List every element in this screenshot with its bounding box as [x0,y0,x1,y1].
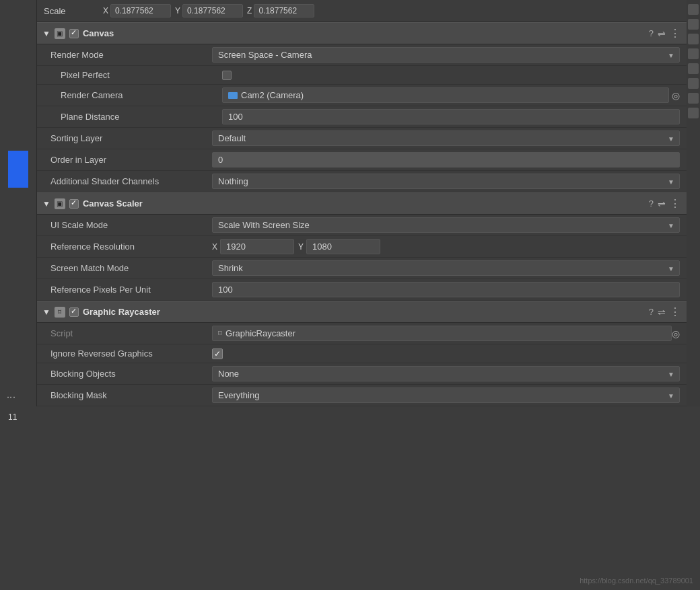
plane-distance-label: Plane Distance [61,112,222,122]
graphic-raycaster-help-icon[interactable]: ? [649,307,654,317]
right-sidebar-icon-7[interactable] [688,93,699,104]
canvas-scaler-section-icons: ? ⇌ ⋮ [649,197,681,210]
camera-target-icon[interactable]: ◎ [672,90,680,101]
graphic-raycaster-properties: Script ⌑ GraphicRaycaster ◎ Ignore Rever… [37,323,687,406]
canvas-scaler-enabled-checkbox[interactable] [69,199,79,209]
left-sidebar: ⋮ 11 [0,0,37,406]
order-in-layer-input[interactable] [212,152,680,168]
right-sidebar-icon-5[interactable] [688,63,699,74]
render-mode-select-wrapper: Screen Space - Camera Screen Space - Ove… [212,47,680,63]
script-value: ⌑ GraphicRaycaster ◎ [212,326,680,341]
render-camera-value: Cam2 (Camera) ◎ [222,87,680,103]
scale-row: Scale X Y Z [37,0,687,22]
graphic-raycaster-enabled-checkbox[interactable] [69,307,79,317]
ref-x-group: X [212,239,294,254]
script-text: GraphicRaycaster [225,328,666,338]
pixel-perfect-value [222,71,680,80]
additional-shader-select[interactable]: Nothing [212,174,680,189]
ui-scale-mode-row: UI Scale Mode Scale With Screen Size Con… [37,215,687,236]
order-in-layer-value [212,152,680,168]
scale-y-input[interactable] [182,4,243,17]
graphic-raycaster-collapse-arrow[interactable]: ▼ [42,307,50,317]
sidebar-menu-icon[interactable]: ⋮ [5,393,15,402]
right-sidebar-icon-4[interactable] [688,48,699,59]
script-label: Script [50,328,212,338]
ignore-reversed-label: Ignore Reversed Graphics [50,348,212,359]
scale-label: Scale [44,6,98,16]
blocking-objects-row: Blocking Objects None Two D Three D All [37,363,687,385]
blocking-mask-select-wrapper: Everything Nothing [212,388,680,403]
screen-match-mode-row: Screen Match Mode Shrink Expand Match Wi… [37,258,687,279]
scale-y-group: Y [175,4,243,17]
order-in-layer-label: Order in Layer [50,155,212,165]
ref-pixels-row: Reference Pixels Per Unit [37,279,687,301]
order-in-layer-row: Order in Layer [37,149,687,171]
ignore-reversed-checkbox[interactable] [212,348,223,359]
graphic-raycaster-icon: ⌑ [55,307,65,318]
ref-pixels-input[interactable] [212,282,680,297]
canvas-enabled-checkbox[interactable] [69,29,79,38]
reference-resolution-inputs: X Y [212,239,680,254]
script-row: Script ⌑ GraphicRaycaster ◎ [37,323,687,344]
scale-values: X Y Z [103,4,314,17]
graphic-raycaster-section-icons: ? ⇌ ⋮ [649,305,681,318]
right-sidebar-icon-6[interactable] [688,78,699,89]
script-file-icon: ⌑ [218,329,222,338]
right-sidebar-icon-8[interactable] [688,108,699,118]
canvas-scaler-menu-icon[interactable]: ⋮ [670,197,681,210]
render-mode-select[interactable]: Screen Space - Camera Screen Space - Ove… [212,47,680,63]
canvas-scaler-adjust-icon[interactable]: ⇌ [658,198,666,209]
render-camera-row: Render Camera Cam2 (Camera) ◎ [37,85,687,106]
script-field[interactable]: ⌑ GraphicRaycaster [212,326,672,341]
scale-z-input[interactable] [254,4,314,17]
canvas-scaler-icon: ▣ [55,198,65,209]
pixel-perfect-row: Pixel Perfect [37,66,687,85]
scale-x-input[interactable] [110,4,171,17]
canvas-scaler-section-header: ▼ ▣ Canvas Scaler ? ⇌ ⋮ [37,192,687,215]
canvas-section-icons: ? ⇌ ⋮ [649,27,681,40]
ui-scale-mode-select[interactable]: Scale With Screen Size Constant Pixel Si… [212,217,680,233]
sidebar-number: 11 [8,412,17,422]
render-camera-field[interactable]: Cam2 (Camera) [222,87,669,103]
canvas-scaler-title: Canvas Scaler [83,198,645,209]
sorting-layer-select[interactable]: Default [212,131,680,146]
graphic-raycaster-adjust-icon[interactable]: ⇌ [658,307,666,318]
ref-x-input[interactable] [220,239,294,254]
blocking-objects-select[interactable]: None Two D Three D All [212,366,680,381]
sorting-layer-label: Sorting Layer [50,133,212,143]
pixel-perfect-label: Pixel Perfect [61,70,222,80]
ref-y-input[interactable] [306,239,380,254]
ui-scale-mode-label: UI Scale Mode [50,220,212,230]
right-sidebar-icon-3[interactable] [688,34,699,44]
render-mode-label: Render Mode [50,50,212,60]
canvas-collapse-arrow[interactable]: ▼ [42,29,50,38]
reference-resolution-row: Reference Resolution X Y [37,236,687,258]
canvas-section-header: ▼ ▣ Canvas ? ⇌ ⋮ [37,22,687,44]
blocking-mask-row: Blocking Mask Everything Nothing [37,385,687,406]
ref-y-group: Y [298,239,380,254]
canvas-title: Canvas [83,28,645,38]
render-mode-row: Render Mode Screen Space - Camera Screen… [37,44,687,66]
ref-pixels-label: Reference Pixels Per Unit [50,285,212,295]
script-target-icon[interactable]: ◎ [672,328,680,339]
canvas-scaler-help-icon[interactable]: ? [649,198,654,209]
plane-distance-input[interactable] [222,109,680,124]
canvas-properties: Render Mode Screen Space - Camera Screen… [37,44,687,192]
y-axis-label: Y [175,6,180,15]
graphic-raycaster-menu-icon[interactable]: ⋮ [670,305,681,318]
canvas-menu-icon[interactable]: ⋮ [670,27,681,40]
canvas-adjust-icon[interactable]: ⇌ [658,28,666,39]
right-sidebar-icon-2[interactable] [688,19,699,30]
additional-shader-label: Additional Shader Channels [50,176,212,186]
watermark-text: https://blog.csdn.net/qq_33789001 [580,577,693,585]
ui-scale-mode-select-wrapper: Scale With Screen Size Constant Pixel Si… [212,217,680,233]
right-sidebar-icon-1[interactable] [688,4,699,15]
additional-shader-select-wrapper: Nothing [212,174,680,189]
screen-match-mode-select[interactable]: Shrink Expand Match Width Or Height [212,260,680,276]
ref-pixels-value [212,282,680,297]
blocking-mask-select[interactable]: Everything Nothing [212,388,680,403]
canvas-scaler-collapse-arrow[interactable]: ▼ [42,199,50,209]
blocking-objects-label: Blocking Objects [50,369,212,379]
canvas-help-icon[interactable]: ? [649,28,654,38]
pixel-perfect-checkbox[interactable] [222,71,232,80]
